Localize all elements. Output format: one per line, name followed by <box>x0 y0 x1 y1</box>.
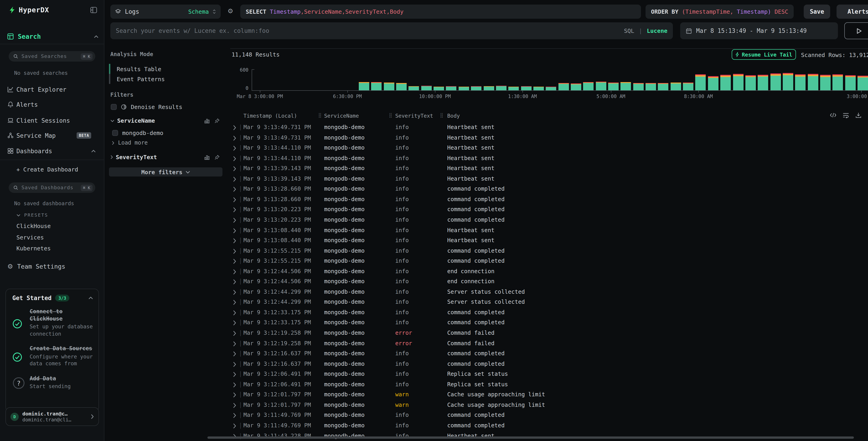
alerts-button[interactable]: Alerts <box>837 5 868 19</box>
collapse-sidebar-icon[interactable] <box>90 7 97 13</box>
resume-live-tail-button[interactable]: Resume Live Tail <box>732 49 796 60</box>
gear-icon[interactable]: ⚙ <box>227 8 233 14</box>
histogram-bar[interactable] <box>608 83 619 90</box>
histogram-bar[interactable] <box>708 76 718 90</box>
sidebar-item-chart-explorer[interactable]: Chart Explorer <box>0 85 104 95</box>
expand-row-icon[interactable] <box>232 259 237 264</box>
table-row[interactable]: Mar 9 3:13:28.660 PMmongodb-demoinfocomm… <box>226 184 868 195</box>
get-started-step[interactable]: Connect to ClickHouseSet up your databas… <box>6 305 98 342</box>
table-row[interactable]: Mar 9 3:11:49.769 PMmongodb-demoinfocomm… <box>226 420 868 431</box>
histogram-bar[interactable] <box>396 83 407 90</box>
more-filters-button[interactable]: More filters <box>109 167 222 176</box>
expand-row-icon[interactable] <box>232 238 237 243</box>
analysis-mode-results-table[interactable]: Results Table <box>109 64 218 74</box>
expand-row-icon[interactable] <box>232 413 237 418</box>
expand-row-icon[interactable] <box>232 331 237 336</box>
table-row[interactable]: Mar 9 3:11:49.769 PMmongodb-demoinfocomm… <box>226 410 868 421</box>
expand-row-icon[interactable] <box>232 207 237 213</box>
bar-chart-icon[interactable] <box>204 154 210 160</box>
expand-row-icon[interactable] <box>232 187 237 192</box>
save-button[interactable]: Save <box>804 5 830 19</box>
histogram-bar[interactable] <box>533 86 544 90</box>
preset-item-services[interactable]: Services <box>17 234 44 241</box>
histogram-bar[interactable] <box>646 83 656 90</box>
sidebar-item-team-settings[interactable]: ⚙ Team Settings <box>7 263 65 270</box>
table-row[interactable]: Mar 9 3:12:55.215 PMmongodb-demoinfocomm… <box>226 245 868 256</box>
expand-row-icon[interactable] <box>232 279 237 285</box>
table-row[interactable]: Mar 9 3:13:49.731 PMmongodb-demoinfoHear… <box>226 122 868 133</box>
histogram-bar[interactable] <box>508 87 519 90</box>
select-query-input[interactable]: SELECT Timestamp,ServiceName,SeverityTex… <box>240 5 641 19</box>
histogram-bar[interactable] <box>858 76 868 90</box>
table-row[interactable]: Mar 9 3:12:55.215 PMmongodb-demoinfocomm… <box>226 256 868 266</box>
expand-row-icon[interactable] <box>232 320 237 326</box>
histogram-bar[interactable] <box>421 86 432 90</box>
table-row[interactable]: Mar 9 3:12:33.175 PMmongodb-demoinfocomm… <box>226 318 868 328</box>
sidebar-item-service-map[interactable]: Service Map BETA <box>0 131 104 141</box>
drag-handle-icon[interactable]: ⣿ <box>318 113 321 118</box>
table-row[interactable]: Mar 9 3:13:39.143 PMmongodb-demoinfoHear… <box>226 174 868 184</box>
pin-icon[interactable] <box>214 154 220 160</box>
source-selector[interactable]: Logs Schema <box>110 5 221 19</box>
histogram-bar[interactable] <box>409 86 419 90</box>
expand-row-icon[interactable] <box>232 351 237 357</box>
filter-group-severitytext[interactable]: SeverityText <box>110 154 220 160</box>
table-row[interactable]: Mar 9 3:13:08.440 PMmongodb-demoinfoHear… <box>226 225 868 236</box>
table-row[interactable]: Mar 9 3:12:44.506 PMmongodb-demoinfoend … <box>226 266 868 276</box>
table-row[interactable]: Mar 9 3:12:44.299 PMmongodb-demoinfoServ… <box>226 297 868 307</box>
presets-section-header[interactable]: PRESETS <box>17 212 48 217</box>
table-row[interactable]: Mar 9 3:12:33.175 PMmongodb-demoinfocomm… <box>226 307 868 318</box>
table-row[interactable]: Mar 9 3:12:19.258 PMmongodb-demoerrorCom… <box>226 328 868 339</box>
histogram-bar[interactable] <box>371 82 382 90</box>
expand-row-icon[interactable] <box>232 300 237 305</box>
load-more[interactable]: Load more <box>112 140 148 146</box>
expand-row-icon[interactable] <box>232 125 237 130</box>
lucene-toggle[interactable]: Lucene <box>647 27 668 34</box>
table-row[interactable]: Mar 9 3:13:08.440 PMmongodb-demoinfoHear… <box>226 235 868 246</box>
histogram-bar[interactable] <box>583 82 594 90</box>
expand-row-icon[interactable] <box>232 217 237 223</box>
expand-row-icon[interactable] <box>232 135 237 141</box>
expand-row-icon[interactable] <box>232 290 237 295</box>
table-row[interactable]: Mar 9 3:13:44.110 PMmongodb-demoinfoHear… <box>226 153 868 164</box>
table-row[interactable]: Mar 9 3:13:44.110 PMmongodb-demoinfoHear… <box>226 143 868 153</box>
user-menu[interactable]: D dominic.tran@c… dominic.tran@cli… <box>5 407 99 426</box>
filter-checkbox[interactable] <box>112 130 118 136</box>
histogram-bar[interactable] <box>795 74 806 90</box>
expand-row-icon[interactable] <box>232 372 237 377</box>
bar-chart-icon[interactable] <box>204 118 210 123</box>
expand-row-icon[interactable] <box>232 361 237 367</box>
expand-row-icon[interactable] <box>232 228 237 233</box>
histogram-bar[interactable] <box>695 74 706 90</box>
table-row[interactable]: Mar 9 3:13:39.143 PMmongodb-demoinfoHear… <box>226 163 868 174</box>
get-started-step[interactable]: ?Add DataStart sending <box>6 372 98 394</box>
histogram-bar[interactable] <box>783 73 793 90</box>
histogram-bar[interactable] <box>496 86 506 90</box>
histogram-bar[interactable] <box>359 82 369 90</box>
histogram-bar[interactable] <box>571 84 581 90</box>
sidebar-item-dashboards[interactable]: Dashboards <box>0 146 104 156</box>
histogram-bar[interactable] <box>546 87 556 90</box>
saved-dashboards-input[interactable]: Saved Dashboards ⌘ K <box>9 182 95 193</box>
table-row[interactable]: Mar 9 3:12:06.491 PMmongodb-demoinfoRepl… <box>226 379 868 390</box>
expand-row-icon[interactable] <box>232 248 237 254</box>
table-row[interactable]: Mar 9 3:12:44.506 PMmongodb-demoinfoend … <box>226 276 868 287</box>
histogram-bar[interactable] <box>745 75 756 90</box>
expand-row-icon[interactable] <box>232 382 237 388</box>
expand-row-icon[interactable] <box>232 197 237 203</box>
sidebar-item-client-sessions[interactable]: Client Sessions <box>0 116 104 126</box>
table-row[interactable]: Mar 9 3:12:06.491 PMmongodb-demoinfoRepl… <box>226 369 868 379</box>
preset-item-kubernetes[interactable]: Kubernetes <box>17 245 51 252</box>
histogram-bar[interactable] <box>521 86 531 90</box>
table-row[interactable]: Mar 9 3:13:20.223 PMmongodb-demoinfocomm… <box>226 205 868 215</box>
histogram-bar[interactable] <box>596 82 606 90</box>
table-row[interactable]: Mar 9 3:12:44.299 PMmongodb-demoinfoServ… <box>226 287 868 297</box>
table-row[interactable]: Mar 9 3:13:49.731 PMmongodb-demoinfoHear… <box>226 133 868 143</box>
histogram-bar[interactable] <box>383 82 394 90</box>
column-header-severitytext[interactable]: SeverityText <box>395 113 433 119</box>
column-header-body[interactable]: Body <box>447 113 460 119</box>
run-query-button[interactable] <box>844 22 868 39</box>
get-started-step[interactable]: Create Data SourcesConfigure where your … <box>6 342 98 372</box>
expand-row-icon[interactable] <box>232 423 237 429</box>
table-row[interactable]: Mar 9 3:12:01.797 PMmongodb-demowarnCach… <box>226 390 868 400</box>
